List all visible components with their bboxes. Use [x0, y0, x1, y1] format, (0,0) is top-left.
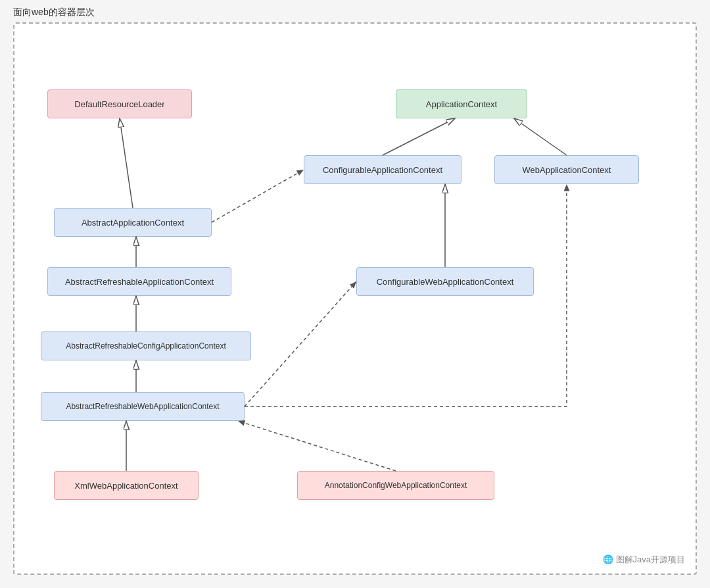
- svg-line-0: [120, 118, 133, 208]
- box-default-resource-loader: DefaultResourceLoader: [47, 89, 192, 118]
- watermark: 🌐 图解Java开源项目: [603, 554, 685, 566]
- box-abstract-refreshable-application-context: AbstractRefreshableApplicationContext: [47, 267, 231, 296]
- box-abstract-refreshable-web-application-context: AbstractRefreshableWebApplicationContext: [41, 392, 245, 421]
- box-application-context: ApplicationContext: [396, 89, 527, 118]
- box-abstract-application-context: AbstractApplicationContext: [54, 208, 212, 237]
- diagram-container: DefaultResourceLoader ApplicationContext…: [13, 22, 697, 575]
- box-annotation-config-web-application-context: AnnotationConfigWebApplicationContext: [297, 471, 494, 500]
- svg-line-10: [238, 421, 396, 471]
- box-abstract-refreshable-config-application-context: AbstractRefreshableConfigApplicationCont…: [41, 331, 251, 360]
- box-web-application-context: WebApplicationContext: [494, 155, 639, 184]
- svg-line-6: [212, 170, 304, 222]
- box-configurable-web-application-context: ConfigurableWebApplicationContext: [356, 267, 534, 296]
- box-configurable-application-context: ConfigurableApplicationContext: [304, 155, 462, 184]
- svg-line-7: [383, 118, 455, 155]
- box-xml-web-application-context: XmlWebApplicationContext: [54, 471, 199, 500]
- svg-line-9: [245, 282, 356, 406]
- page-title: 面向web的容器层次: [0, 0, 108, 22]
- svg-line-8: [514, 118, 567, 155]
